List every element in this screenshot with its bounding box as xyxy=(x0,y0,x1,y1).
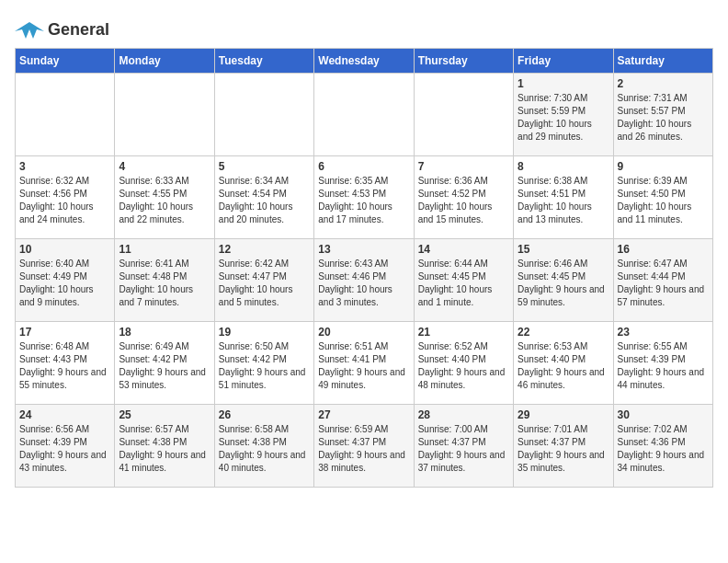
day-number: 1 xyxy=(518,77,609,90)
sunrise-text: Sunrise: 6:59 AM xyxy=(318,424,388,434)
sunrise-text: Sunrise: 6:53 AM xyxy=(518,341,587,351)
calendar-cell: 17 Sunrise: 6:48 AM Sunset: 4:43 PM Dayl… xyxy=(16,322,115,405)
day-info: Sunrise: 6:55 AM Sunset: 4:39 PM Dayligh… xyxy=(618,340,709,392)
day-number: 25 xyxy=(119,408,210,421)
day-number: 17 xyxy=(19,326,110,339)
sunset-text: Sunset: 4:36 PM xyxy=(618,437,686,447)
calendar-cell: 4 Sunrise: 6:33 AM Sunset: 4:55 PM Dayli… xyxy=(115,156,214,239)
logo: General xyxy=(15,18,109,40)
calendar-cell: 12 Sunrise: 6:42 AM Sunset: 4:47 PM Dayl… xyxy=(214,239,313,322)
calendar-cell: 25 Sunrise: 6:57 AM Sunset: 4:38 PM Dayl… xyxy=(115,405,214,488)
day-number: 26 xyxy=(219,408,310,421)
weekday-header-thursday: Thursday xyxy=(414,49,513,74)
sunrise-text: Sunrise: 6:43 AM xyxy=(318,259,388,269)
day-info: Sunrise: 6:43 AM Sunset: 4:46 PM Dayligh… xyxy=(318,258,409,309)
sunset-text: Sunset: 4:37 PM xyxy=(418,437,486,447)
daylight-text: Daylight: 10 hours and 24 minutes. xyxy=(19,201,94,224)
calendar-cell xyxy=(214,74,313,156)
calendar-cell: 16 Sunrise: 6:47 AM Sunset: 4:44 PM Dayl… xyxy=(613,239,712,322)
day-number: 16 xyxy=(618,243,709,256)
sunrise-text: Sunrise: 6:36 AM xyxy=(418,176,488,186)
day-info: Sunrise: 6:57 AM Sunset: 4:38 PM Dayligh… xyxy=(119,423,210,475)
calendar-cell: 21 Sunrise: 6:52 AM Sunset: 4:40 PM Dayl… xyxy=(414,322,513,405)
weekday-header-monday: Monday xyxy=(115,49,214,74)
day-info: Sunrise: 6:50 AM Sunset: 4:42 PM Dayligh… xyxy=(219,340,310,392)
daylight-text: Daylight: 10 hours and 9 minutes. xyxy=(19,284,94,307)
calendar-cell: 27 Sunrise: 6:59 AM Sunset: 4:37 PM Dayl… xyxy=(314,405,414,488)
calendar-cell: 5 Sunrise: 6:34 AM Sunset: 4:54 PM Dayli… xyxy=(214,156,313,239)
weekday-header-sunday: Sunday xyxy=(16,49,115,74)
calendar-cell: 9 Sunrise: 6:39 AM Sunset: 4:50 PM Dayli… xyxy=(613,156,712,239)
calendar-week-row: 10 Sunrise: 6:40 AM Sunset: 4:49 PM Dayl… xyxy=(16,239,713,322)
sunrise-text: Sunrise: 6:32 AM xyxy=(19,176,89,186)
day-number: 12 xyxy=(219,243,310,256)
weekday-header-tuesday: Tuesday xyxy=(214,49,313,74)
sunset-text: Sunset: 4:39 PM xyxy=(19,437,87,447)
day-number: 29 xyxy=(518,408,609,421)
day-number: 10 xyxy=(19,243,110,256)
day-info: Sunrise: 6:41 AM Sunset: 4:48 PM Dayligh… xyxy=(119,258,210,309)
sunset-text: Sunset: 4:47 PM xyxy=(219,271,287,282)
day-number: 23 xyxy=(618,326,709,339)
day-info: Sunrise: 6:39 AM Sunset: 4:50 PM Dayligh… xyxy=(618,175,709,226)
daylight-text: Daylight: 10 hours and 11 minutes. xyxy=(618,201,692,224)
day-info: Sunrise: 6:53 AM Sunset: 4:40 PM Dayligh… xyxy=(518,340,609,392)
calendar-cell: 29 Sunrise: 7:01 AM Sunset: 4:37 PM Dayl… xyxy=(514,405,613,488)
day-info: Sunrise: 6:49 AM Sunset: 4:42 PM Dayligh… xyxy=(119,340,210,392)
daylight-text: Daylight: 10 hours and 5 minutes. xyxy=(219,284,293,307)
day-info: Sunrise: 6:34 AM Sunset: 4:54 PM Dayligh… xyxy=(219,175,310,226)
sunset-text: Sunset: 4:38 PM xyxy=(119,437,187,447)
day-number: 22 xyxy=(518,326,609,339)
sunrise-text: Sunrise: 6:33 AM xyxy=(119,176,188,186)
sunset-text: Sunset: 4:44 PM xyxy=(618,271,686,282)
calendar-cell: 2 Sunrise: 7:31 AM Sunset: 5:57 PM Dayli… xyxy=(613,74,712,156)
sunrise-text: Sunrise: 6:48 AM xyxy=(19,341,89,351)
sunset-text: Sunset: 4:55 PM xyxy=(119,189,187,199)
day-number: 3 xyxy=(19,160,110,173)
day-number: 15 xyxy=(518,243,609,256)
daylight-text: Daylight: 9 hours and 44 minutes. xyxy=(618,367,705,390)
sunset-text: Sunset: 4:39 PM xyxy=(618,354,686,364)
day-number: 4 xyxy=(119,160,210,173)
day-info: Sunrise: 7:31 AM Sunset: 5:57 PM Dayligh… xyxy=(618,92,709,144)
sunset-text: Sunset: 4:56 PM xyxy=(19,189,87,199)
day-info: Sunrise: 6:51 AM Sunset: 4:41 PM Dayligh… xyxy=(318,340,409,392)
sunset-text: Sunset: 4:37 PM xyxy=(518,437,586,447)
sunrise-text: Sunrise: 6:44 AM xyxy=(418,259,488,269)
day-number: 30 xyxy=(618,408,709,421)
calendar-cell: 26 Sunrise: 6:58 AM Sunset: 4:38 PM Dayl… xyxy=(214,405,313,488)
sunset-text: Sunset: 4:41 PM xyxy=(318,354,386,364)
sunset-text: Sunset: 4:45 PM xyxy=(518,271,586,282)
day-info: Sunrise: 6:40 AM Sunset: 4:49 PM Dayligh… xyxy=(19,258,110,309)
sunrise-text: Sunrise: 6:56 AM xyxy=(19,424,89,434)
weekday-header-wednesday: Wednesday xyxy=(314,49,414,74)
calendar-cell xyxy=(414,74,513,156)
calendar-cell: 6 Sunrise: 6:35 AM Sunset: 4:53 PM Dayli… xyxy=(314,156,414,239)
daylight-text: Daylight: 9 hours and 55 minutes. xyxy=(19,367,107,390)
calendar-cell: 24 Sunrise: 6:56 AM Sunset: 4:39 PM Dayl… xyxy=(16,405,115,488)
day-number: 13 xyxy=(318,243,409,256)
day-info: Sunrise: 7:00 AM Sunset: 4:37 PM Dayligh… xyxy=(418,423,509,475)
logo-text-general: General xyxy=(48,20,109,40)
daylight-text: Daylight: 9 hours and 49 minutes. xyxy=(318,367,405,390)
daylight-text: Daylight: 9 hours and 41 minutes. xyxy=(119,450,206,473)
sunset-text: Sunset: 4:45 PM xyxy=(418,271,486,282)
day-number: 21 xyxy=(418,326,509,339)
day-number: 20 xyxy=(318,326,409,339)
sunset-text: Sunset: 4:53 PM xyxy=(318,189,386,199)
sunset-text: Sunset: 5:59 PM xyxy=(518,106,586,116)
sunset-text: Sunset: 4:42 PM xyxy=(219,354,287,364)
weekday-header-row: SundayMondayTuesdayWednesdayThursdayFrid… xyxy=(16,49,713,74)
calendar-cell: 19 Sunrise: 6:50 AM Sunset: 4:42 PM Dayl… xyxy=(214,322,313,405)
sunset-text: Sunset: 4:51 PM xyxy=(518,189,586,199)
daylight-text: Daylight: 10 hours and 3 minutes. xyxy=(318,284,392,307)
sunrise-text: Sunrise: 6:41 AM xyxy=(119,259,188,269)
sunrise-text: Sunrise: 6:40 AM xyxy=(19,259,89,269)
day-info: Sunrise: 6:48 AM Sunset: 4:43 PM Dayligh… xyxy=(19,340,110,392)
calendar-cell: 1 Sunrise: 7:30 AM Sunset: 5:59 PM Dayli… xyxy=(514,74,613,156)
day-info: Sunrise: 7:01 AM Sunset: 4:37 PM Dayligh… xyxy=(518,423,609,475)
daylight-text: Daylight: 10 hours and 7 minutes. xyxy=(119,284,193,307)
calendar-week-row: 24 Sunrise: 6:56 AM Sunset: 4:39 PM Dayl… xyxy=(16,405,713,488)
sunrise-text: Sunrise: 6:50 AM xyxy=(219,341,289,351)
calendar-cell: 14 Sunrise: 6:44 AM Sunset: 4:45 PM Dayl… xyxy=(414,239,513,322)
